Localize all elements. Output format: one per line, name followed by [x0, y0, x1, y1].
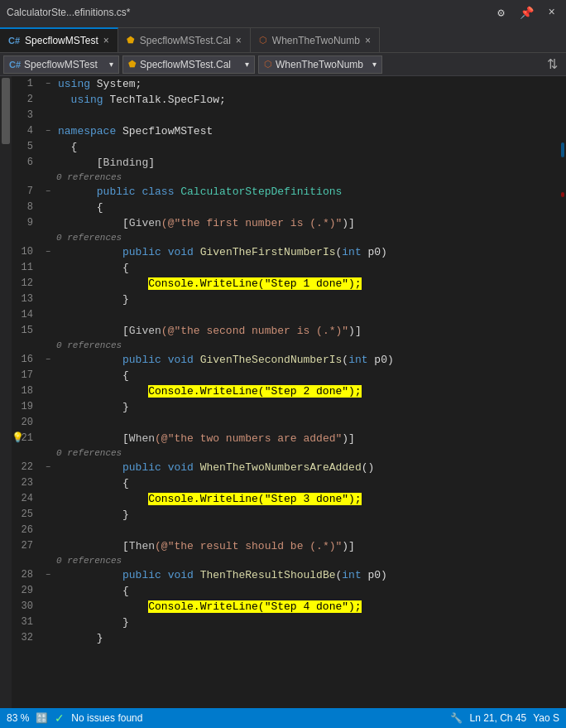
table-row: 4−namespace SpecflowMSTest [12, 123, 554, 139]
table-row: 25 } [12, 507, 554, 523]
reference-hint: 0 references [55, 446, 122, 460]
token: } [58, 632, 103, 644]
code-content: } [55, 399, 554, 415]
tab-cs-close[interactable]: × [103, 35, 109, 46]
tab-cs-label: SpecflowMSTest [25, 35, 98, 46]
dropdown-2-icon: ⬟ [128, 59, 137, 70]
table-row: 3 [12, 108, 554, 123]
fold-icon[interactable]: − [41, 460, 55, 475]
fold-icon[interactable]: − [41, 123, 55, 139]
code-content: public void GivenTheSecondNumberIs(int p… [55, 352, 554, 368]
line-number: 7 [12, 184, 41, 200]
chevron-down-icon-1: ▾ [109, 60, 113, 69]
token: WhenTheTwoNumbersAreAdded [200, 461, 362, 474]
nav-up-button[interactable]: ⇅ [542, 55, 563, 74]
ref-hint-row: 0 references [12, 171, 554, 184]
token: { [58, 585, 129, 597]
table-row: 15 [Given(@"the second number is (.*)")] [12, 323, 554, 339]
code-content: Console.WriteLine("Step 2 done"); [55, 383, 554, 399]
table-row: 6 [Binding] [12, 155, 554, 171]
line-number: 18 [12, 383, 41, 399]
line-number: 11 [12, 260, 41, 276]
table-row: 21💡 [When(@"the two numbers are added")] [12, 431, 554, 446]
token: { [58, 262, 129, 274]
tab-when-icon: ⬡ [259, 35, 267, 46]
pin-icon[interactable]: 📌 [516, 4, 538, 22]
token [194, 461, 200, 474]
token: p0) [368, 354, 394, 366]
token: Console.WriteLine("Step 3 done"); [148, 493, 361, 505]
code-content: { [55, 368, 554, 383]
line-number: 16 [12, 352, 41, 368]
token: Given [129, 217, 161, 229]
line-number: 13 [12, 292, 41, 307]
tab-cs[interactable]: C# SpecflowMSTest × [0, 27, 118, 52]
token: { [58, 477, 129, 489]
token: { [58, 201, 103, 214]
dropdown-3[interactable]: ⬡ WhenTheTwoNumb ▾ [258, 55, 382, 74]
table-row: 7− public class CalculatorStepDefinition… [12, 184, 554, 200]
tab-cal[interactable]: ⬟ SpecflowMSTest.Cal × [118, 27, 251, 52]
line-number: 28 [12, 567, 41, 583]
reference-hint: 0 references [55, 554, 122, 567]
line-number: 1 [12, 76, 41, 92]
fold-icon[interactable]: − [41, 244, 55, 260]
code-content: public class CalculatorStepDefinitions [55, 184, 554, 200]
fold-icon[interactable]: − [41, 567, 55, 583]
code-content: Console.WriteLine("Step 4 done"); [55, 599, 554, 615]
code-content: namespace SpecflowMSTest [55, 123, 554, 139]
dropdown-1[interactable]: C# SpecflowMSTest ▾ [3, 55, 119, 74]
token: class [142, 186, 174, 198]
dropdown-3-label: WhenTheTwoNumb [276, 59, 363, 70]
ref-hint-row: 0 references [12, 446, 554, 460]
close-icon[interactable]: × [544, 4, 559, 21]
tab-when[interactable]: ⬡ WhenTheTwoNumb × [251, 27, 380, 52]
code-content: { [55, 260, 554, 276]
minimap-bar[interactable] [554, 76, 566, 708]
fold-icon[interactable]: − [41, 352, 55, 368]
table-row: 26 [12, 523, 554, 538]
tab-cs-icon: C# [8, 36, 20, 46]
token: )] [348, 325, 362, 337]
line-number: 12 [12, 276, 41, 292]
token: GivenTheFirstNumberIs [200, 246, 336, 258]
fold-icon[interactable]: − [41, 184, 55, 200]
token: CalculatorStepDefinitions [180, 186, 342, 198]
title-bar: CalculatorSte...efinitions.cs* ⚙ 📌 × [0, 0, 566, 25]
scrollbar-track[interactable] [0, 76, 12, 708]
code-content: Console.WriteLine("Step 3 done"); [55, 491, 554, 507]
token: public [58, 186, 136, 198]
token: (@"the first number is (.*)" [161, 217, 342, 229]
token: Console.WriteLine("Step 1 done"); [148, 277, 361, 290]
line-number: 24 [12, 491, 41, 507]
status-bar: 83 % 🔠 ✓ No issues found 🔧 Ln 21, Ch 45 … [0, 708, 566, 728]
table-row: 11 { [12, 260, 554, 276]
table-row: 22− public void WhenTheTwoNumbersAreAdde… [12, 460, 554, 475]
zoom-level[interactable]: 83 % [7, 712, 29, 724]
token: using [71, 94, 103, 106]
dropdown-2[interactable]: ⬟ SpecflowMSTest.Cal ▾ [122, 55, 255, 74]
fold-icon[interactable]: − [41, 76, 55, 92]
token: GivenTheSecondNumberIs [200, 354, 343, 366]
status-position: Ln 21, Ch 45 [469, 712, 526, 724]
lightbulb-icon[interactable]: 💡 [12, 431, 24, 446]
settings-icon[interactable]: ⚙ [493, 4, 508, 22]
tab-cal-close[interactable]: × [236, 35, 242, 46]
table-row: 29 { [12, 583, 554, 599]
line-number: 10 [12, 244, 41, 260]
tab-when-close[interactable]: × [365, 35, 371, 46]
token: System; [90, 78, 142, 90]
token: p0) [362, 246, 387, 258]
reference-hint: 0 references [55, 339, 122, 352]
code-content: [Then(@"the result should be (.*)")] [55, 538, 554, 554]
ref-hint-row: 0 references [12, 231, 554, 244]
dropdown-2-label: SpecflowMSTest.Cal [140, 59, 231, 70]
code-content: { [55, 583, 554, 599]
scrollbar-thumb[interactable] [2, 78, 10, 144]
token: When [129, 432, 155, 445]
token: (@"the second number is (.*)" [161, 325, 348, 337]
token [58, 94, 71, 106]
token: )] [342, 217, 355, 229]
line-number: 23 [12, 475, 41, 491]
dropdown-1-icon: C# [9, 60, 21, 70]
